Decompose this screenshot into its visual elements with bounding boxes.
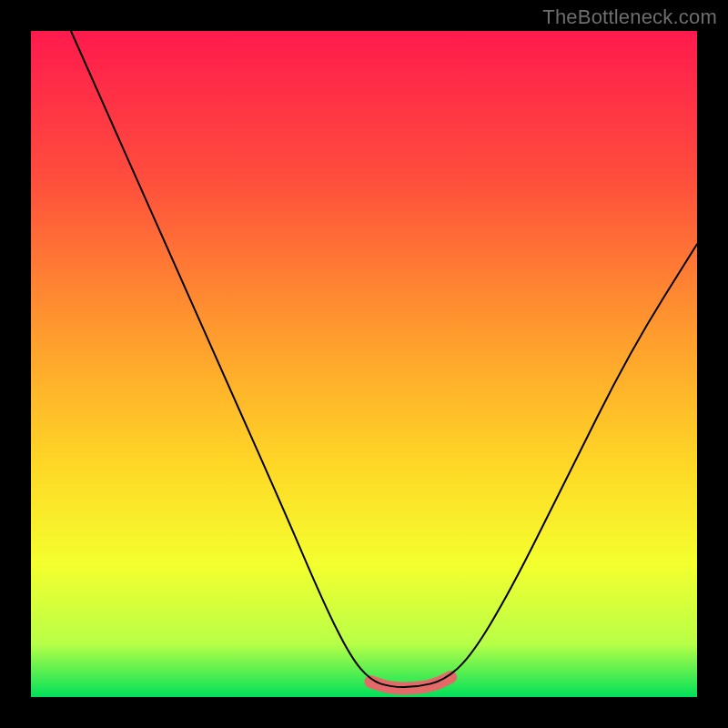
bottleneck-chart	[0, 0, 728, 728]
watermark-text: TheBottleneck.com	[542, 5, 717, 29]
plot-background	[31, 31, 697, 697]
chart-frame: TheBottleneck.com	[0, 0, 728, 728]
